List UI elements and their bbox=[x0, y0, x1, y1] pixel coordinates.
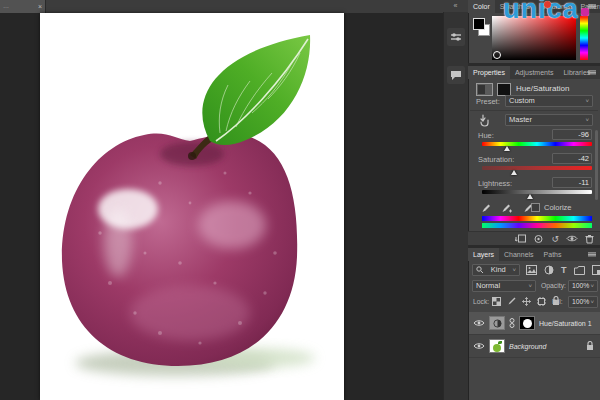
document-tab-label: … bbox=[3, 0, 9, 13]
colorize-checkbox[interactable] bbox=[531, 203, 540, 212]
layers-panel: Layers Channels Paths bbox=[468, 248, 600, 261]
mask-link-icon[interactable] bbox=[509, 317, 515, 329]
opacity-label: Opacity: bbox=[541, 282, 566, 289]
tab-layers[interactable]: Layers bbox=[468, 248, 499, 261]
lightness-value[interactable]: -11 bbox=[552, 177, 592, 188]
filter-type-icon[interactable]: T bbox=[561, 265, 567, 275]
preset-label: Preset: bbox=[476, 97, 500, 106]
lock-artboard-icon[interactable] bbox=[537, 297, 546, 306]
saturation-slider-thumb[interactable] bbox=[511, 170, 517, 175]
output-spectrum-bar bbox=[482, 223, 592, 228]
layer-filter-dropdown[interactable]: Kind˅ bbox=[472, 264, 520, 276]
properties-panel: Properties Adjustments Libraries bbox=[468, 66, 600, 79]
lightness-label: Lightness: bbox=[478, 179, 512, 188]
saturation-label: Saturation: bbox=[478, 155, 514, 164]
hue-strip[interactable] bbox=[580, 16, 588, 60]
filter-pixel-icon[interactable] bbox=[526, 265, 537, 275]
eyedropper-icon[interactable] bbox=[480, 203, 490, 214]
lock-transparency-icon[interactable] bbox=[492, 297, 501, 306]
tab-adjustments[interactable]: Adjustments bbox=[510, 66, 559, 79]
apple-artwork bbox=[40, 13, 344, 400]
filter-smart-object-icon[interactable] bbox=[592, 265, 600, 275]
panel-dock bbox=[443, 0, 469, 400]
fill-label: Fill: bbox=[552, 298, 563, 305]
logo-i-dot bbox=[544, 1, 551, 8]
lock-move-icon[interactable] bbox=[522, 297, 531, 306]
color-picker-cursor[interactable] bbox=[493, 51, 501, 59]
filter-shape-icon[interactable] bbox=[574, 266, 585, 275]
lightness-slider[interactable] bbox=[482, 190, 592, 200]
hue-value[interactable]: -96 bbox=[552, 129, 592, 140]
lock-paint-icon[interactable] bbox=[507, 297, 516, 306]
logo-text-left: uni bbox=[503, 0, 547, 24]
logo-text-right: ca bbox=[547, 0, 579, 24]
dock-collapse-button[interactable]: « bbox=[443, 0, 468, 12]
leaf bbox=[202, 35, 310, 145]
saturation-value[interactable]: -42 bbox=[552, 153, 592, 164]
hue-slider[interactable] bbox=[482, 142, 592, 152]
layer-row-background[interactable]: Background bbox=[469, 335, 600, 358]
foreground-color-swatch[interactable] bbox=[473, 18, 485, 30]
speech-bubble-icon bbox=[450, 69, 462, 81]
eyedropper-plus-icon[interactable] bbox=[500, 203, 512, 214]
logo-square-dot bbox=[581, 8, 589, 16]
input-spectrum-bar bbox=[482, 216, 592, 221]
close-icon[interactable]: × bbox=[38, 0, 42, 13]
layer-name: Hue/Saturation 1 bbox=[539, 320, 592, 327]
tab-color[interactable]: Color bbox=[468, 0, 495, 13]
filter-adjustment-icon[interactable] bbox=[544, 265, 554, 275]
lock-label: Lock: bbox=[473, 298, 489, 305]
hue-label: Hue: bbox=[478, 131, 494, 140]
adjustment-icon bbox=[476, 83, 493, 96]
lightness-slider-thumb[interactable] bbox=[527, 194, 533, 199]
targeted-adjustment-icon[interactable] bbox=[478, 113, 491, 131]
panel-menu-icon[interactable] bbox=[588, 70, 596, 71]
fill-dropdown[interactable]: 100%˅ bbox=[568, 296, 598, 308]
blend-mode-dropdown[interactable]: Normal˅ bbox=[472, 280, 536, 292]
panel-menu-icon[interactable] bbox=[588, 4, 596, 5]
trash-icon[interactable] bbox=[585, 234, 594, 244]
opacity-dropdown[interactable]: 100%˅ bbox=[568, 280, 598, 292]
tab-paths[interactable]: Paths bbox=[539, 248, 567, 261]
adjustment-title: Hue/Saturation bbox=[516, 84, 569, 93]
colorize-label: Colorize bbox=[544, 203, 572, 212]
previous-state-icon[interactable] bbox=[533, 234, 544, 244]
hue-slider-thumb[interactable] bbox=[504, 146, 510, 151]
tab-properties[interactable]: Properties bbox=[468, 66, 510, 79]
document-tab[interactable]: … × bbox=[0, 0, 46, 13]
sliders-icon bbox=[450, 31, 462, 43]
tab-libraries[interactable]: Libraries bbox=[558, 66, 595, 79]
reset-icon[interactable]: ↺ bbox=[551, 234, 559, 244]
layer-mask-thumbnail[interactable] bbox=[519, 316, 535, 330]
search-icon bbox=[476, 266, 484, 274]
colorize-option: Colorize bbox=[531, 203, 572, 212]
background-lock-icon[interactable] bbox=[586, 341, 594, 351]
unica-logo: unica bbox=[503, 0, 579, 25]
clip-to-layer-icon[interactable] bbox=[515, 234, 526, 244]
panel-menu-icon[interactable] bbox=[588, 252, 596, 253]
layer-name: Background bbox=[509, 343, 546, 350]
adjustment-layer-thumbnail[interactable] bbox=[489, 316, 505, 330]
layer-row-hue-saturation[interactable]: Hue/Saturation 1 bbox=[469, 312, 600, 335]
document-tab-bar: … × bbox=[0, 0, 443, 13]
canvas-image[interactable] bbox=[40, 13, 344, 400]
comments-dock-icon[interactable] bbox=[447, 66, 465, 84]
background-layer-thumbnail[interactable] bbox=[489, 339, 505, 353]
scrollbar[interactable] bbox=[595, 130, 598, 200]
preset-dropdown[interactable]: Custom˅ bbox=[505, 95, 593, 107]
properties-dock-icon[interactable] bbox=[447, 28, 465, 46]
saturation-slider[interactable] bbox=[482, 166, 592, 176]
eye-icon[interactable] bbox=[473, 342, 485, 350]
channel-dropdown[interactable]: Master˅ bbox=[505, 114, 593, 126]
tab-channels[interactable]: Channels bbox=[499, 248, 539, 261]
properties-footer: ↺ bbox=[468, 231, 600, 245]
eye-icon[interactable] bbox=[473, 319, 485, 327]
visibility-eye-icon[interactable] bbox=[566, 234, 578, 243]
